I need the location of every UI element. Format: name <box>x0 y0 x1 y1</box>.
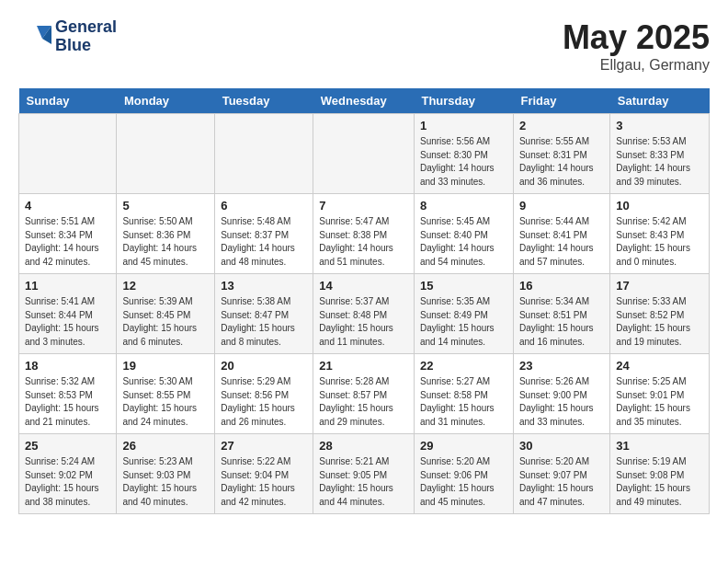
calendar-cell: 19Sunrise: 5:30 AM Sunset: 8:55 PM Dayli… <box>117 354 215 434</box>
day-number: 29 <box>420 439 507 453</box>
weekday-header: Tuesday <box>215 88 313 114</box>
weekday-header: Sunday <box>19 88 117 114</box>
logo-text: General Blue <box>55 18 117 55</box>
calendar-table: SundayMondayTuesdayWednesdayThursdayFrid… <box>18 88 710 514</box>
day-number: 3 <box>616 119 703 132</box>
day-number: 24 <box>616 359 703 373</box>
day-info: Sunrise: 5:26 AM Sunset: 9:00 PM Dayligh… <box>519 375 604 429</box>
calendar-cell: 22Sunrise: 5:27 AM Sunset: 8:58 PM Dayli… <box>414 354 513 434</box>
weekday-header-row: SundayMondayTuesdayWednesdayThursdayFrid… <box>19 88 710 114</box>
day-number: 4 <box>25 199 110 213</box>
calendar-week-row: 1Sunrise: 5:56 AM Sunset: 8:30 PM Daylig… <box>19 114 710 194</box>
calendar-cell: 2Sunrise: 5:55 AM Sunset: 8:31 PM Daylig… <box>513 114 609 194</box>
day-number: 20 <box>221 359 307 373</box>
day-number: 17 <box>616 279 703 293</box>
day-info: Sunrise: 5:33 AM Sunset: 8:52 PM Dayligh… <box>616 295 703 349</box>
calendar-cell: 31Sunrise: 5:19 AM Sunset: 9:08 PM Dayli… <box>610 434 710 514</box>
day-info: Sunrise: 5:56 AM Sunset: 8:30 PM Dayligh… <box>420 135 507 189</box>
day-info: Sunrise: 5:23 AM Sunset: 9:03 PM Dayligh… <box>122 455 209 509</box>
day-info: Sunrise: 5:39 AM Sunset: 8:45 PM Dayligh… <box>122 295 209 349</box>
logo-line2: Blue <box>55 37 117 55</box>
day-number: 2 <box>519 119 604 132</box>
calendar-cell: 28Sunrise: 5:21 AM Sunset: 9:05 PM Dayli… <box>313 434 415 514</box>
day-number: 12 <box>122 279 209 293</box>
month-year: May 2025 <box>563 18 710 57</box>
calendar-cell: 14Sunrise: 5:37 AM Sunset: 8:48 PM Dayli… <box>313 274 415 354</box>
calendar-cell: 18Sunrise: 5:32 AM Sunset: 8:53 PM Dayli… <box>19 354 117 434</box>
day-number: 9 <box>519 199 604 213</box>
day-info: Sunrise: 5:24 AM Sunset: 9:02 PM Dayligh… <box>25 455 110 509</box>
day-number: 7 <box>319 199 408 213</box>
calendar-cell: 12Sunrise: 5:39 AM Sunset: 8:45 PM Dayli… <box>117 274 215 354</box>
day-info: Sunrise: 5:41 AM Sunset: 8:44 PM Dayligh… <box>25 295 110 349</box>
day-number: 26 <box>122 439 209 453</box>
calendar-cell: 11Sunrise: 5:41 AM Sunset: 8:44 PM Dayli… <box>19 274 117 354</box>
day-info: Sunrise: 5:22 AM Sunset: 9:04 PM Dayligh… <box>221 455 307 509</box>
day-number: 14 <box>319 279 408 293</box>
calendar-cell: 6Sunrise: 5:48 AM Sunset: 8:37 PM Daylig… <box>215 194 313 274</box>
calendar-cell: 20Sunrise: 5:29 AM Sunset: 8:56 PM Dayli… <box>215 354 313 434</box>
location: Ellgau, Germany <box>563 57 710 74</box>
page-header: General Blue May 2025 Ellgau, Germany <box>18 18 710 74</box>
day-number: 15 <box>420 279 507 293</box>
day-info: Sunrise: 5:37 AM Sunset: 8:48 PM Dayligh… <box>319 295 408 349</box>
day-info: Sunrise: 5:27 AM Sunset: 8:58 PM Dayligh… <box>420 375 507 429</box>
calendar-cell <box>19 114 117 194</box>
day-info: Sunrise: 5:44 AM Sunset: 8:41 PM Dayligh… <box>519 215 604 269</box>
day-info: Sunrise: 5:20 AM Sunset: 9:07 PM Dayligh… <box>519 455 604 509</box>
calendar-cell: 23Sunrise: 5:26 AM Sunset: 9:00 PM Dayli… <box>513 354 609 434</box>
day-info: Sunrise: 5:48 AM Sunset: 8:37 PM Dayligh… <box>221 215 307 269</box>
calendar-cell: 3Sunrise: 5:53 AM Sunset: 8:33 PM Daylig… <box>610 114 710 194</box>
day-info: Sunrise: 5:42 AM Sunset: 8:43 PM Dayligh… <box>616 215 703 269</box>
weekday-header: Monday <box>117 88 215 114</box>
calendar-cell: 16Sunrise: 5:34 AM Sunset: 8:51 PM Dayli… <box>513 274 609 354</box>
calendar-cell: 1Sunrise: 5:56 AM Sunset: 8:30 PM Daylig… <box>414 114 513 194</box>
day-info: Sunrise: 5:20 AM Sunset: 9:06 PM Dayligh… <box>420 455 507 509</box>
weekday-header: Saturday <box>610 88 710 114</box>
calendar-cell: 27Sunrise: 5:22 AM Sunset: 9:04 PM Dayli… <box>215 434 313 514</box>
day-number: 27 <box>221 439 307 453</box>
day-info: Sunrise: 5:19 AM Sunset: 9:08 PM Dayligh… <box>616 455 703 509</box>
day-info: Sunrise: 5:30 AM Sunset: 8:55 PM Dayligh… <box>122 375 209 429</box>
day-number: 25 <box>25 439 110 453</box>
weekday-header: Thursday <box>414 88 513 114</box>
day-info: Sunrise: 5:34 AM Sunset: 8:51 PM Dayligh… <box>519 295 604 349</box>
day-number: 19 <box>122 359 209 373</box>
calendar-cell: 9Sunrise: 5:44 AM Sunset: 8:41 PM Daylig… <box>513 194 609 274</box>
day-info: Sunrise: 5:47 AM Sunset: 8:38 PM Dayligh… <box>319 215 408 269</box>
weekday-header: Wednesday <box>313 88 415 114</box>
day-info: Sunrise: 5:32 AM Sunset: 8:53 PM Dayligh… <box>25 375 110 429</box>
calendar-cell: 5Sunrise: 5:50 AM Sunset: 8:36 PM Daylig… <box>117 194 215 274</box>
day-info: Sunrise: 5:25 AM Sunset: 9:01 PM Dayligh… <box>616 375 703 429</box>
day-number: 22 <box>420 359 507 373</box>
day-number: 18 <box>25 359 110 373</box>
day-number: 8 <box>420 199 507 213</box>
day-info: Sunrise: 5:29 AM Sunset: 8:56 PM Dayligh… <box>221 375 307 429</box>
day-info: Sunrise: 5:45 AM Sunset: 8:40 PM Dayligh… <box>420 215 507 269</box>
calendar-cell: 26Sunrise: 5:23 AM Sunset: 9:03 PM Dayli… <box>117 434 215 514</box>
day-number: 31 <box>616 439 703 453</box>
day-number: 1 <box>420 119 507 132</box>
day-info: Sunrise: 5:53 AM Sunset: 8:33 PM Dayligh… <box>616 135 703 189</box>
title-block: May 2025 Ellgau, Germany <box>563 18 710 74</box>
calendar-week-row: 18Sunrise: 5:32 AM Sunset: 8:53 PM Dayli… <box>19 354 710 434</box>
calendar-week-row: 25Sunrise: 5:24 AM Sunset: 9:02 PM Dayli… <box>19 434 710 514</box>
calendar-cell <box>313 114 415 194</box>
day-number: 23 <box>519 359 604 373</box>
day-info: Sunrise: 5:50 AM Sunset: 8:36 PM Dayligh… <box>122 215 209 269</box>
weekday-header: Friday <box>513 88 609 114</box>
day-number: 30 <box>519 439 604 453</box>
day-number: 21 <box>319 359 408 373</box>
day-info: Sunrise: 5:35 AM Sunset: 8:49 PM Dayligh… <box>420 295 507 349</box>
calendar-cell: 13Sunrise: 5:38 AM Sunset: 8:47 PM Dayli… <box>215 274 313 354</box>
calendar-cell: 4Sunrise: 5:51 AM Sunset: 8:34 PM Daylig… <box>19 194 117 274</box>
calendar-cell: 29Sunrise: 5:20 AM Sunset: 9:06 PM Dayli… <box>414 434 513 514</box>
logo: General Blue <box>18 18 117 55</box>
calendar-cell: 25Sunrise: 5:24 AM Sunset: 9:02 PM Dayli… <box>19 434 117 514</box>
day-info: Sunrise: 5:28 AM Sunset: 8:57 PM Dayligh… <box>319 375 408 429</box>
day-number: 6 <box>221 199 307 213</box>
day-info: Sunrise: 5:55 AM Sunset: 8:31 PM Dayligh… <box>519 135 604 189</box>
day-number: 10 <box>616 199 703 213</box>
calendar-cell <box>215 114 313 194</box>
calendar-week-row: 11Sunrise: 5:41 AM Sunset: 8:44 PM Dayli… <box>19 274 710 354</box>
